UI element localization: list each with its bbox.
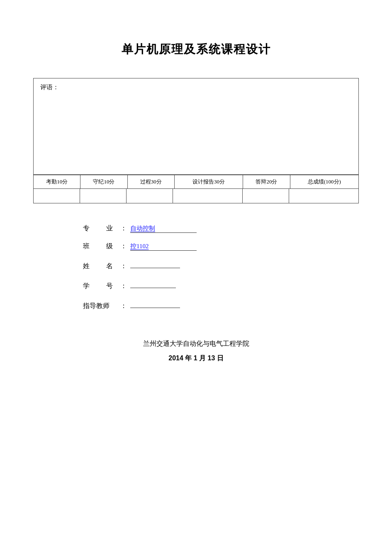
- class-value: 控1102: [130, 243, 149, 249]
- page: 单片机原理及系统课程设计 评语： 考勤10分 守纪10分 过程30分 设计报告3…: [0, 0, 392, 555]
- score-val-total: [289, 189, 358, 203]
- class-underline: 控1102: [130, 242, 197, 251]
- teacher-colon: ：: [120, 302, 127, 311]
- score-header-process: 过程30分: [128, 175, 175, 188]
- score-header-row: 考勤10分 守纪10分 过程30分 设计报告30分 答辩20分 总成绩(100分…: [34, 175, 358, 188]
- class-row: 班 级 ： 控1102: [83, 242, 359, 251]
- score-header-attendance: 考勤10分: [34, 175, 80, 188]
- teacher-label: 指导教师: [83, 302, 120, 311]
- major-value: 自动控制: [130, 225, 155, 232]
- comment-box: 评语： 考勤10分 守纪10分 过程30分 设计报告30分 答辩20分 总成绩(…: [33, 78, 359, 203]
- score-value-row: [34, 188, 358, 203]
- class-colon: ：: [120, 242, 127, 251]
- id-label: 学 号: [83, 282, 120, 291]
- name-colon: ：: [120, 262, 127, 271]
- id-colon: ：: [120, 282, 127, 291]
- major-label: 专 业: [83, 224, 120, 233]
- teacher-underline: [130, 300, 180, 308]
- comment-header: 评语：: [34, 78, 358, 175]
- score-header-report: 设计报告30分: [175, 175, 243, 188]
- name-row: 姓 名 ：: [83, 260, 359, 271]
- score-header-total: 总成绩(100分): [290, 175, 358, 188]
- id-underline: [130, 280, 176, 288]
- name-label: 姓 名: [83, 262, 120, 271]
- class-label: 班 级: [83, 242, 120, 251]
- footer-date: 2014 年 1 月 13 日: [33, 354, 359, 363]
- id-row: 学 号 ：: [83, 280, 359, 291]
- major-row: 专 业 ： 自动控制: [83, 224, 359, 233]
- score-val-defense: [243, 189, 289, 203]
- page-title: 单片机原理及系统课程设计: [33, 42, 359, 57]
- comment-label: 评语：: [40, 84, 59, 90]
- score-val-discipline: [80, 189, 127, 203]
- score-val-process: [127, 189, 173, 203]
- info-section: 专 业 ： 自动控制 班 级 ： 控1102 姓 名 ： 学 号 ：: [33, 224, 359, 311]
- name-underline: [130, 260, 180, 268]
- score-val-report: [173, 189, 243, 203]
- teacher-row: 指导教师 ：: [83, 300, 359, 311]
- major-underline: 自动控制: [130, 225, 197, 233]
- major-colon: ：: [120, 224, 127, 233]
- score-header-discipline: 守纪10分: [80, 175, 127, 188]
- score-val-attendance: [34, 189, 80, 203]
- footer-section: 兰州交通大学自动化与电气工程学院 2014 年 1 月 13 日: [33, 340, 359, 363]
- footer-school: 兰州交通大学自动化与电气工程学院: [33, 340, 359, 348]
- score-header-defense: 答辩20分: [243, 175, 290, 188]
